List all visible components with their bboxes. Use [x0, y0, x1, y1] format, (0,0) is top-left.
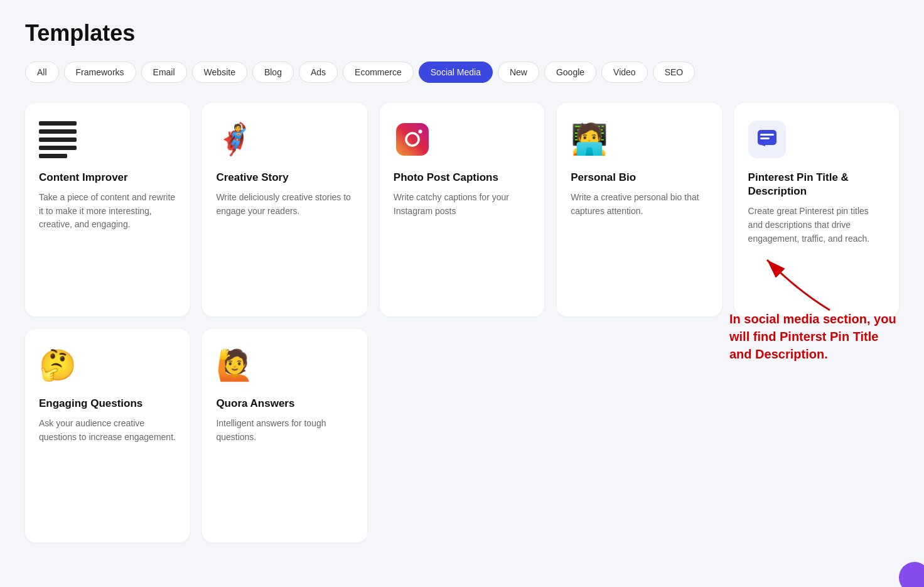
card-quora-answers[interactable]: 🙋Quora AnswersIntelligent answers for to… — [202, 329, 367, 542]
tab-email[interactable]: Email — [141, 62, 187, 83]
quora-answers-description: Intelligent answers for tough questions. — [216, 417, 353, 444]
content-improver-description: Take a piece of content and rewrite it t… — [39, 191, 176, 232]
creative-story-title: Creative Story — [216, 171, 353, 185]
engaging-questions-description: Ask your audience creative questions to … — [39, 417, 176, 444]
svg-rect-0 — [396, 123, 429, 156]
annotation-text: In social media section, you will find P… — [729, 310, 899, 363]
cards-row1: Content ImproverTake a piece of content … — [25, 103, 899, 316]
tab-video[interactable]: Video — [601, 62, 648, 83]
tab-ads[interactable]: Ads — [299, 62, 338, 83]
personal-bio-icon: 🧑‍💻 — [571, 121, 608, 158]
content-improver-title: Content Improver — [39, 171, 176, 185]
card-photo-post[interactable]: Photo Post CaptionsWrite catchy captions… — [380, 103, 544, 316]
creative-story-icon: 🦸 — [216, 121, 254, 158]
tab-frameworks[interactable]: Frameworks — [64, 62, 136, 83]
personal-bio-description: Write a creative personal bio that captu… — [571, 191, 707, 218]
pinterest-pin-title: Pinterest Pin Title & Description — [748, 171, 885, 198]
page-title: Templates — [25, 20, 899, 46]
card-content-improver[interactable]: Content ImproverTake a piece of content … — [25, 103, 190, 316]
card-pinterest-pin[interactable]: Pinterest Pin Title & DescriptionCreate … — [734, 103, 899, 316]
tab-ecommerce[interactable]: Ecommerce — [343, 62, 414, 83]
tab-social-media[interactable]: Social Media — [419, 62, 493, 83]
personal-bio-title: Personal Bio — [571, 171, 707, 185]
svg-rect-4 — [760, 134, 774, 136]
photo-post-description: Write catchy captions for your Instagram… — [394, 191, 530, 218]
card-engaging-questions[interactable]: 🤔Engaging QuestionsAsk your audience cre… — [25, 329, 190, 542]
svg-rect-5 — [760, 137, 770, 139]
tab-seo[interactable]: SEO — [653, 62, 696, 83]
tab-blog[interactable]: Blog — [252, 62, 294, 83]
content-improver-icon — [39, 121, 77, 158]
tab-all[interactable]: All — [25, 62, 59, 83]
engaging-questions-icon: 🤔 — [39, 347, 77, 384]
tab-google[interactable]: Google — [544, 62, 596, 83]
photo-post-title: Photo Post Captions — [394, 171, 530, 185]
tabs-container: AllFrameworksEmailWebsiteBlogAdsEcommerc… — [25, 62, 899, 83]
card-creative-story[interactable]: 🦸Creative StoryWrite deliciously creativ… — [202, 103, 367, 316]
pinterest-pin-description: Create great Pinterest pin titles and de… — [748, 205, 885, 245]
card-personal-bio[interactable]: 🧑‍💻Personal BioWrite a creative personal… — [557, 103, 721, 316]
pinterest-pin-icon — [748, 121, 786, 158]
cards-row2: 🤔Engaging QuestionsAsk your audience cre… — [25, 329, 899, 542]
engaging-questions-title: Engaging Questions — [39, 397, 176, 411]
svg-point-2 — [418, 130, 422, 134]
quora-answers-title: Quora Answers — [216, 397, 353, 411]
tab-new[interactable]: New — [498, 62, 539, 83]
quora-answers-icon: 🙋 — [216, 347, 254, 384]
photo-post-icon — [394, 121, 431, 158]
tab-website[interactable]: Website — [192, 62, 247, 83]
creative-story-description: Write deliciously creative stories to en… — [216, 191, 353, 218]
